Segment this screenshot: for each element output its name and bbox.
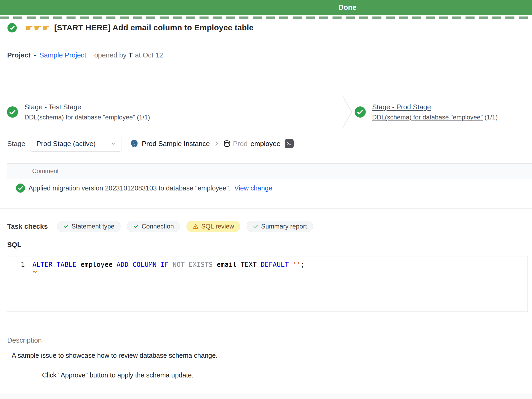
sql-token: ; — [301, 261, 305, 268]
check-pill-sql-review[interactable]: SQL review — [186, 221, 240, 232]
issue-meta-row: Project - Sample Project opened by T at … — [7, 49, 163, 61]
section-divider-description — [0, 324, 532, 324]
project-link[interactable]: Sample Project — [39, 51, 86, 59]
check-success-icon — [133, 223, 139, 229]
terminal-icon — [286, 141, 292, 146]
stage-prod-done-icon — [355, 106, 366, 118]
activity-table-header: Comment — [7, 164, 532, 179]
migration-success-icon — [16, 184, 25, 193]
stage-prod-texts: Stage - Prod Stage DDL(schema) for datab… — [372, 103, 498, 121]
sql-token: email TEXT — [213, 261, 261, 268]
chevron-right-icon — [214, 141, 219, 147]
postgresql-icon — [130, 139, 139, 148]
creator-name: T — [129, 51, 133, 59]
stage-prod-task-link[interactable]: DDL(schema) for database "employee" — [372, 114, 483, 121]
sql-line-number: 1 — [17, 261, 25, 268]
project-dash: - — [34, 51, 36, 59]
issue-done-check-icon — [7, 23, 17, 32]
stage-card-prod: Stage - Prod Stage DDL(schema) for datab… — [355, 96, 498, 128]
issue-title-row: ☛☛☛ [START HERE] Add email column to Emp… — [7, 20, 253, 35]
project-label: Project — [7, 51, 31, 59]
check-pill-label: SQL review — [201, 223, 234, 230]
opened-at: at Oct 12 — [135, 51, 163, 59]
task-checks-label: Task checks — [7, 222, 48, 231]
migration-message: Applied migration version 20231012083103… — [28, 184, 231, 192]
stage-separator-chevron-icon — [341, 96, 354, 128]
sql-token: ALTER TABLE — [32, 261, 77, 268]
activity-row: Applied migration version 20231012083103… — [7, 179, 532, 197]
sql-token: NOT EXISTS — [173, 261, 213, 268]
instance-name-link[interactable]: Prod Sample Instance — [142, 140, 210, 148]
database-name-link[interactable]: employee — [251, 140, 281, 148]
check-pill-connection[interactable]: Connection — [127, 221, 180, 232]
stage-test-texts: Stage - Test Stage DDL(schema) for datab… — [24, 103, 150, 121]
description-paragraph: A sample issue to showcase how to review… — [12, 352, 218, 359]
sql-editor-button[interactable] — [285, 139, 294, 148]
stage-select[interactable]: Prod Stage (active) — [30, 136, 122, 152]
sql-token — [289, 261, 293, 268]
issue-title: [START HERE] Add email column to Employe… — [54, 23, 253, 32]
sql-token: employee — [77, 261, 117, 268]
opened-by-label: opened by — [94, 51, 126, 59]
stage-test-title: Stage - Test Stage — [24, 103, 150, 111]
pointing-hand-icons: ☛☛☛ — [25, 23, 51, 32]
check-success-icon — [63, 223, 69, 229]
check-success-icon — [253, 223, 259, 229]
chevron-down-icon — [110, 141, 116, 147]
check-pill-summary-report[interactable]: Summary report — [247, 221, 313, 232]
banner-dash-decoration — [0, 16, 532, 19]
stage-pipeline: Stage - Test Stage DDL(schema) for datab… — [0, 96, 532, 128]
warning-squiggle-icon — [32, 270, 38, 273]
stage-picker-row: Stage Prod Stage (active) Prod Sample In… — [7, 134, 294, 153]
database-environment: Prod — [233, 140, 248, 148]
stage-picker-label: Stage — [7, 140, 25, 148]
check-pill-label: Statement type — [72, 223, 114, 230]
stage-test-task: DDL(schema) for database "employee" (1/1… — [24, 114, 150, 121]
breadcrumb-separator — [214, 141, 219, 147]
bottom-section-edge — [0, 394, 532, 399]
status-banner-label: Done — [338, 3, 356, 12]
stage-test-progress: (1/1) — [137, 114, 150, 121]
sql-section-heading: SQL — [7, 241, 21, 249]
warning-triangle-icon — [193, 223, 199, 230]
sql-statement: ALTER TABLE employee ADD COLUMN IF NOT E… — [32, 261, 305, 268]
check-pill-label: Summary report — [261, 223, 307, 230]
check-pill-label: Connection — [142, 223, 174, 230]
stage-prod-progress: (1/1) — [485, 114, 498, 121]
view-change-link[interactable]: View change — [234, 184, 272, 192]
stage-test-done-icon — [7, 106, 18, 118]
description-heading: Description — [7, 336, 42, 344]
title-divider — [0, 40, 532, 40]
stage-select-value: Prod Stage (active) — [36, 140, 96, 148]
sql-token — [169, 261, 173, 268]
check-pill-statement-type[interactable]: Statement type — [57, 221, 120, 232]
activity-table: Comment Applied migration version 202310… — [7, 163, 532, 197]
comment-column-header: Comment — [32, 168, 59, 175]
status-banner: Done — [0, 0, 532, 15]
task-checks-row: Task checks Statement type Connection SQ… — [7, 221, 319, 232]
sql-editor[interactable]: 1 ALTER TABLE employee ADD COLUMN IF NOT… — [7, 256, 528, 312]
stage-card-test: Stage - Test Stage DDL(schema) for datab… — [7, 96, 150, 128]
sql-token: '' — [293, 261, 301, 268]
section-divider-checks — [0, 208, 532, 209]
database-icon — [223, 140, 231, 147]
stage-test-task-name: DDL(schema) for database "employee" — [24, 114, 135, 121]
sql-token: ADD COLUMN IF — [117, 261, 169, 268]
issue-detail-page: Done ☛☛☛ [START HERE] Add email column t… — [0, 0, 532, 399]
stage-prod-task: DDL(schema) for database "employee" (1/1… — [372, 114, 498, 121]
sql-token: DEFAULT — [261, 261, 289, 268]
description-paragraph: Click "Approve" button to apply the sche… — [42, 371, 193, 379]
stage-prod-title-link[interactable]: Stage - Prod Stage — [372, 103, 498, 111]
database-breadcrumb: Prod Sample Instance Prod employee — [130, 139, 294, 148]
